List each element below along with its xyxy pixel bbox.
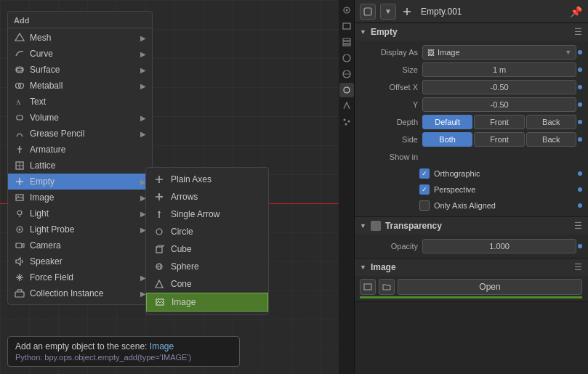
props-tab-view-layer[interactable] [339, 35, 354, 49]
menu-item-light-label: Light [30, 208, 140, 219]
submenu-item-circle[interactable]: Circle [146, 223, 268, 240]
offset-y-value-container: -0.50 [422, 97, 582, 112]
svg-rect-53 [343, 38, 350, 41]
depth-default-btn[interactable]: Default [422, 115, 472, 129]
image-section-title: Image [371, 262, 396, 272]
metaball-icon [14, 80, 25, 92]
display-as-dropdown[interactable]: 🖼 Image ▼ [422, 45, 576, 60]
menu-item-text[interactable]: A Text [8, 94, 152, 110]
submenu-item-cube[interactable]: Cube [146, 240, 268, 258]
opacity-dot [578, 244, 582, 248]
menu-item-light[interactable]: Light ▶ [8, 206, 152, 221]
submenu-item-image[interactable]: Image [146, 293, 268, 312]
display-as-dot [578, 50, 582, 54]
offset-x-value-container: -0.50 [422, 80, 582, 94]
svg-marker-22 [16, 258, 20, 265]
props-tab-scene[interactable] [339, 51, 354, 65]
menu-item-curve[interactable]: Curve ▶ [8, 46, 152, 62]
menu-item-empty[interactable]: Empty ▶ [8, 174, 152, 190]
display-as-value: 🖼 Image ▼ [422, 45, 582, 60]
menu-item-metaball[interactable]: Metaball ▶ [8, 78, 152, 94]
menu-item-light-probe[interactable]: Light Probe ▶ [8, 221, 152, 237]
volume-arrow: ▶ [140, 114, 146, 122]
depth-front-btn[interactable]: Front [474, 115, 524, 129]
empty-section-menu[interactable]: ☰ [574, 27, 582, 37]
menu-item-mesh[interactable]: Mesh ▶ [8, 30, 152, 46]
submenu-item-plain-axes[interactable]: Plain Axes [146, 171, 268, 188]
tooltip: Add an empty object to the scene: Image … [7, 336, 240, 367]
menu-item-text-label: Text [30, 97, 146, 107]
curve-arrow: ▶ [140, 50, 146, 58]
menu-item-speaker[interactable]: Speaker [8, 253, 152, 269]
transparency-section-menu[interactable]: ☰ [574, 221, 582, 231]
viewport: Add Mesh ▶ Curve ▶ [0, 0, 354, 374]
empty-icon [14, 176, 25, 187]
props-tab-world[interactable] [339, 67, 354, 81]
tooltip-text: Add an empty object to the scene: Image [15, 341, 232, 351]
image-type-icon-btn[interactable] [360, 279, 376, 295]
submenu-item-single-arrow[interactable]: Single Arrow [146, 206, 268, 223]
svg-point-56 [343, 54, 350, 62]
offset-y-row: Y -0.50 [354, 96, 588, 113]
menu-item-image[interactable]: Image ▶ [8, 190, 152, 206]
orthographic-label: Orthographic [434, 169, 480, 178]
lattice-icon [14, 160, 25, 171]
menu-item-grease-pencil[interactable]: Grease Pencil ▶ [8, 126, 152, 142]
depth-back-btn[interactable]: Back [526, 115, 576, 129]
empty-section-header[interactable]: ▼ Empty ☰ [354, 23, 588, 41]
menu-item-speaker-label: Speaker [30, 256, 146, 267]
depth-value-container: Default Front Back [422, 115, 582, 129]
display-as-label: Display As [360, 48, 418, 57]
svg-text:A: A [16, 99, 21, 106]
only-axis-checkbox[interactable] [419, 200, 430, 211]
side-back-btn[interactable]: Back [526, 132, 576, 147]
svg-rect-52 [343, 23, 350, 29]
image-section-menu[interactable]: ☰ [574, 262, 582, 272]
props-tab-object[interactable] [339, 83, 354, 97]
submenu-item-arrows[interactable]: Arrows [146, 188, 268, 206]
display-as-dropdown-arrow: ▼ [565, 49, 571, 56]
transparency-section-icon [371, 221, 381, 231]
transparency-section-header[interactable]: ▼ Transparency ☰ [354, 217, 588, 235]
svg-point-62 [345, 123, 347, 126]
panel-header-dropdown-btn[interactable]: ▼ [380, 4, 396, 20]
menu-item-armature[interactable]: Armature [8, 142, 152, 158]
menu-item-mesh-label: Mesh [30, 33, 140, 43]
side-both-btn[interactable]: Both [422, 132, 472, 147]
submenu-item-sphere[interactable]: Sphere [146, 258, 268, 275]
menu-item-image-label: Image [30, 192, 140, 203]
opacity-label: Opacity [360, 242, 418, 251]
size-field[interactable]: 1 m [422, 62, 576, 77]
menu-item-camera[interactable]: Camera [8, 237, 152, 253]
image-folder-btn[interactable] [379, 279, 395, 295]
offset-y-field[interactable]: -0.50 [422, 97, 576, 112]
menu-item-lattice[interactable]: Lattice [8, 158, 152, 174]
menu-item-metaball-label: Metaball [30, 81, 140, 91]
image-section-header[interactable]: ▼ Image ☰ [354, 259, 588, 276]
empty-section: ▼ Empty ☰ Display As 🖼 Image ▼ [354, 23, 588, 217]
image-row: Open [360, 279, 582, 295]
pin-button[interactable]: 📌 [570, 6, 582, 17]
cube-submenu-icon [153, 243, 165, 255]
side-front-btn[interactable]: Front [474, 132, 524, 147]
orthographic-dot [578, 171, 582, 176]
submenu-item-cone[interactable]: Cone [146, 275, 268, 293]
orthographic-checkbox[interactable] [419, 168, 430, 179]
props-tab-modifier[interactable] [339, 99, 354, 113]
props-tab-render[interactable] [339, 3, 354, 17]
panel-icon-dropdown[interactable] [360, 4, 376, 20]
menu-item-volume[interactable]: Volume ▶ [8, 110, 152, 126]
menu-item-collection-instance[interactable]: Collection Instance ▶ [8, 285, 152, 301]
menu-item-empty-label: Empty [30, 176, 140, 187]
menu-item-surface[interactable]: Surface ▶ [8, 62, 152, 78]
menu-item-force-field[interactable]: Force Field ▶ [8, 269, 152, 285]
svg-rect-20 [16, 243, 22, 248]
opacity-field[interactable]: 1.000 [422, 239, 576, 253]
props-tab-particles[interactable] [339, 115, 354, 129]
orthographic-row: Orthographic [354, 166, 588, 182]
image-open-btn[interactable]: Open [398, 279, 582, 295]
perspective-checkbox[interactable] [419, 184, 430, 195]
offset-x-field[interactable]: -0.50 [422, 80, 576, 94]
offset-y-field-value: -0.50 [491, 100, 509, 109]
props-tab-output[interactable] [339, 19, 354, 33]
